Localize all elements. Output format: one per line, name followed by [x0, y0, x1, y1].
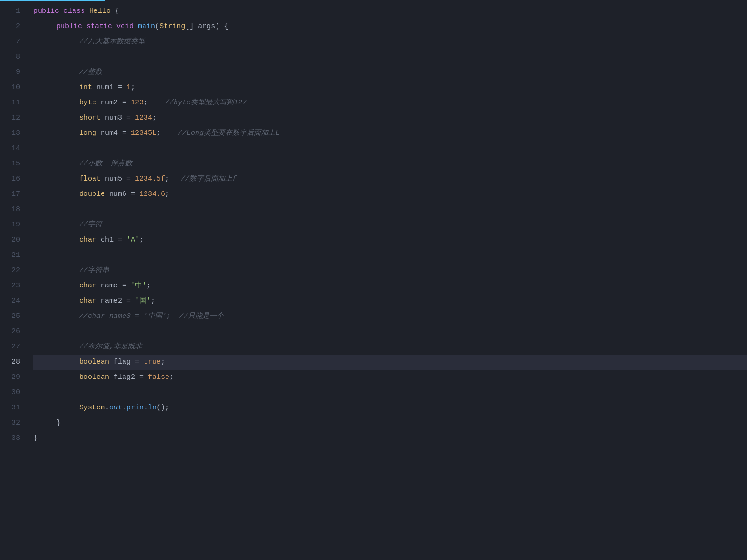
code-line-8 [33, 50, 747, 65]
code-line-21 [33, 248, 747, 263]
line-num-30: 30 [0, 385, 20, 400]
line-num-31: 31 [0, 400, 20, 416]
code-content[interactable]: public class Hello { public static void … [28, 4, 747, 560]
line-num-10: 10 [0, 80, 20, 95]
code-line-24: char name2 = '国'; [33, 294, 747, 309]
line-num-25: 25 [0, 309, 20, 324]
line-num-29: 29 [0, 370, 20, 385]
line-num-12: 12 [0, 111, 20, 126]
line-num-27: 27 [0, 339, 20, 355]
code-line-19: //字符 [33, 217, 747, 233]
code-line-29: boolean flag2 = false; [33, 370, 747, 385]
line-num-9: 9 [0, 65, 20, 80]
line-num-17: 17 [0, 187, 20, 202]
code-line-26 [33, 324, 747, 339]
code-line-7: //八大基本数据类型 [33, 34, 747, 50]
tab-active-indicator [0, 0, 105, 1]
code-line-17: double num6 = 1234.6; [33, 187, 747, 202]
line-num-23: 23 [0, 278, 20, 294]
line-num-33: 33 [0, 431, 20, 446]
code-line-31: System.out.println(); [33, 400, 747, 416]
line-num-1: 1 [0, 4, 20, 19]
code-line-30 [33, 385, 747, 400]
code-line-25: //char name3 = '中国'; //只能是一个 [33, 309, 747, 324]
line-num-15: 15 [0, 156, 20, 172]
line-num-26: 26 [0, 324, 20, 339]
code-line-28: boolean flag = true; [33, 355, 747, 370]
code-line-16: float num5 = 1234.5f;//数字后面加上f [33, 172, 747, 187]
line-num-28: 28 [0, 355, 20, 370]
line-num-2: 2 [0, 19, 20, 34]
code-line-9: //整数 [33, 65, 747, 80]
code-line-32: } [33, 416, 747, 431]
code-line-13: long num4 = 12345L;//Long类型要在数字后面加上L [33, 126, 747, 141]
line-num-19: 19 [0, 217, 20, 233]
code-line-11: byte num2 = 123;//byte类型最大写到127 [33, 95, 747, 111]
editor: 1 2 7 8 9 10 11 12 13 14 15 16 17 18 19 … [0, 0, 747, 560]
line-num-18: 18 [0, 202, 20, 217]
code-line-22: //字符串 [33, 263, 747, 278]
code-line-20: char ch1 = 'A'; [33, 233, 747, 248]
line-numbers: 1 2 7 8 9 10 11 12 13 14 15 16 17 18 19 … [0, 4, 28, 560]
line-num-21: 21 [0, 248, 20, 263]
code-line-12: short num3 = 1234; [33, 111, 747, 126]
line-num-32: 32 [0, 416, 20, 431]
line-num-20: 20 [0, 233, 20, 248]
line-num-22: 22 [0, 263, 20, 278]
tab-bar [0, 0, 747, 4]
line-num-11: 11 [0, 95, 20, 111]
code-line-15: //小数. 浮点数 [33, 156, 747, 172]
code-line-1: public class Hello { [33, 4, 747, 19]
line-num-13: 13 [0, 126, 20, 141]
line-num-24: 24 [0, 294, 20, 309]
code-line-10: int num1 = 1; [33, 80, 747, 95]
code-line-23: char name = '中'; [33, 278, 747, 294]
code-line-14 [33, 141, 747, 156]
code-area[interactable]: 1 2 7 8 9 10 11 12 13 14 15 16 17 18 19 … [0, 4, 747, 560]
line-num-14: 14 [0, 141, 20, 156]
code-line-27: //布尔值,非是既非 [33, 339, 747, 355]
line-num-8: 8 [0, 50, 20, 65]
line-num-7: 7 [0, 34, 20, 50]
code-line-18 [33, 202, 747, 217]
code-line-33: } [33, 431, 747, 446]
code-line-2: public static void main(String[] args) { [33, 19, 747, 34]
line-num-16: 16 [0, 172, 20, 187]
